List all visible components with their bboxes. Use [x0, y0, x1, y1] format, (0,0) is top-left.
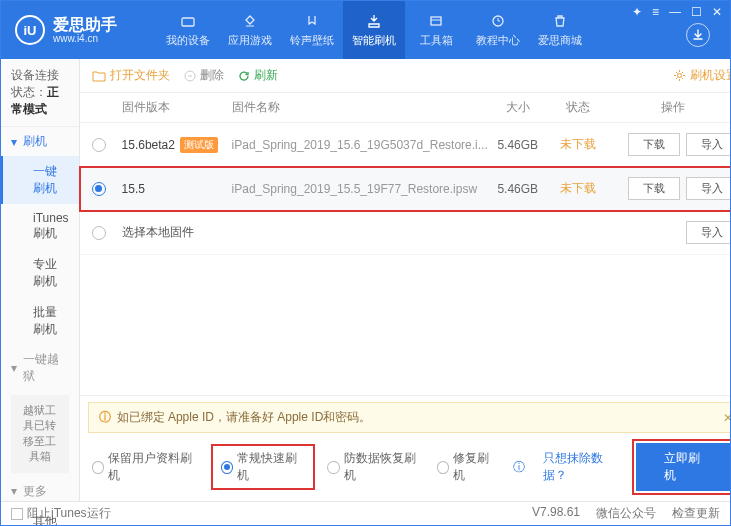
download-button[interactable]: 下载 — [628, 133, 680, 156]
nav-铃声壁纸[interactable]: 铃声壁纸 — [281, 1, 343, 59]
nav-icon — [365, 12, 383, 30]
toolbar: 打开文件夹 删除 刷新 刷机设置 — [80, 59, 731, 93]
nav-应用游戏[interactable]: 应用游戏 — [219, 1, 281, 59]
firmware-size: 5.46GB — [488, 182, 548, 196]
mode-anti-recovery[interactable]: 防数据恢复刷机 — [327, 450, 423, 484]
firmware-size: 5.46GB — [488, 138, 548, 152]
local-firmware-label: 选择本地固件 — [122, 224, 608, 241]
minimize-icon[interactable]: — — [669, 5, 681, 19]
version-label: V7.98.61 — [532, 505, 580, 522]
col-size: 大小 — [488, 99, 548, 116]
nav-爱思商城[interactable]: 爱思商城 — [529, 1, 591, 59]
svg-point-4 — [677, 74, 681, 78]
app-logo: iU 爱思助手 www.i4.cn — [1, 15, 117, 45]
flash-mode-row: 保留用户资料刷机 常规快速刷机 防数据恢复刷机 修复刷机 ⓘ 只想抹除数据？ 立… — [80, 433, 731, 501]
nav-label: 教程中心 — [476, 33, 520, 48]
firmware-name: iPad_Spring_2019_15.5_19F77_Restore.ipsw — [232, 182, 488, 196]
refresh-icon — [238, 70, 250, 82]
nav-label: 智能刷机 — [352, 33, 396, 48]
main-nav: 我的设备应用游戏铃声壁纸智能刷机工具箱教程中心爱思商城 — [157, 1, 591, 59]
import-button[interactable]: 导入 — [686, 177, 731, 200]
firmware-status: 未下载 — [548, 180, 608, 197]
erase-data-link[interactable]: 只想抹除数据？ — [543, 450, 623, 484]
notice-bar: ⓘ 如已绑定 Apple ID，请准备好 Apple ID和密码。 ✕ — [88, 402, 731, 433]
mode-repair[interactable]: 修复刷机 — [437, 450, 499, 484]
local-firmware-row[interactable]: 选择本地固件 导入 — [80, 211, 731, 255]
nav-icon — [489, 12, 507, 30]
svg-rect-0 — [182, 18, 194, 26]
skin-icon[interactable]: ✦ — [632, 5, 642, 19]
sidebar-item-一键刷机[interactable]: 一键刷机 — [1, 156, 79, 204]
logo-icon: iU — [15, 15, 45, 45]
firmware-version: 15.5 — [122, 182, 232, 196]
flash-settings-button[interactable]: 刷机设置 — [673, 67, 731, 84]
svg-rect-1 — [431, 17, 441, 25]
open-folder-button[interactable]: 打开文件夹 — [92, 67, 170, 84]
col-status: 状态 — [548, 99, 608, 116]
nav-智能刷机[interactable]: 智能刷机 — [343, 1, 405, 59]
gear-icon — [673, 69, 686, 82]
notice-close-icon[interactable]: ✕ — [723, 411, 731, 425]
table-header: 固件版本 固件名称 大小 状态 操作 — [80, 93, 731, 123]
nav-icon — [551, 12, 569, 30]
nav-label: 我的设备 — [166, 33, 210, 48]
col-version: 固件版本 — [122, 99, 232, 116]
beta-badge: 测试版 — [180, 137, 218, 153]
firmware-row[interactable]: 15.6beta2测试版iPad_Spring_2019_15.6_19G503… — [80, 123, 731, 167]
sidebar-note: 越狱工具已转移至工具箱 — [11, 395, 69, 473]
wechat-link[interactable]: 微信公众号 — [596, 505, 656, 522]
nav-icon — [179, 12, 197, 30]
download-button[interactable]: 下载 — [628, 177, 680, 200]
nav-label: 工具箱 — [420, 33, 453, 48]
import-button[interactable]: 导入 — [686, 133, 731, 156]
refresh-button[interactable]: 刷新 — [238, 67, 278, 84]
device-status: 设备连接状态：正常模式 — [1, 59, 79, 127]
maximize-icon[interactable]: ☐ — [691, 5, 702, 19]
sidebar-item-批量刷机[interactable]: 批量刷机 — [1, 297, 79, 345]
menu-icon[interactable]: ≡ — [652, 5, 659, 19]
nav-我的设备[interactable]: 我的设备 — [157, 1, 219, 59]
chevron-down-icon: ▾ — [11, 361, 17, 375]
folder-icon — [92, 70, 106, 82]
mode-keep-data[interactable]: 保留用户资料刷机 — [92, 450, 199, 484]
import-button[interactable]: 导入 — [686, 221, 731, 244]
firmware-status: 未下载 — [548, 136, 608, 153]
nav-icon — [303, 12, 321, 30]
brand-url: www.i4.cn — [53, 33, 117, 44]
sidebar-group-刷机[interactable]: ▾刷机 — [1, 127, 79, 156]
warning-icon: ⓘ — [99, 409, 111, 426]
nav-label: 应用游戏 — [228, 33, 272, 48]
block-itunes-checkbox[interactable]: 阻止iTunes运行 — [11, 505, 111, 522]
row-radio[interactable] — [92, 182, 106, 196]
sidebar-item-专业刷机[interactable]: 专业刷机 — [1, 249, 79, 297]
firmware-version: 15.6beta2测试版 — [122, 137, 232, 153]
nav-工具箱[interactable]: 工具箱 — [405, 1, 467, 59]
window-controls: ✦ ≡ — ☐ ✕ — [632, 5, 722, 19]
sidebar-group-更多[interactable]: ▾更多 — [1, 477, 79, 506]
firmware-row[interactable]: 15.5iPad_Spring_2019_15.5_19F77_Restore.… — [80, 167, 731, 211]
local-radio[interactable] — [92, 226, 106, 240]
nav-label: 铃声壁纸 — [290, 33, 334, 48]
nav-label: 爱思商城 — [538, 33, 582, 48]
nav-icon — [427, 12, 445, 30]
nav-教程中心[interactable]: 教程中心 — [467, 1, 529, 59]
chevron-down-icon: ▾ — [11, 135, 17, 149]
delete-button[interactable]: 删除 — [184, 67, 224, 84]
sidebar-group-一键越狱[interactable]: ▾一键越狱 — [1, 345, 79, 391]
flash-now-button[interactable]: 立即刷机 — [636, 443, 731, 491]
row-radio[interactable] — [92, 138, 106, 152]
col-name: 固件名称 — [232, 99, 488, 116]
mode-normal[interactable]: 常规快速刷机 — [213, 446, 313, 488]
download-manager-icon[interactable] — [686, 23, 710, 47]
sidebar-item-iTunes刷机[interactable]: iTunes刷机 — [1, 204, 79, 249]
info-icon[interactable]: ⓘ — [513, 459, 525, 476]
check-update-link[interactable]: 检查更新 — [672, 505, 720, 522]
brand-name: 爱思助手 — [53, 16, 117, 34]
firmware-name: iPad_Spring_2019_15.6_19G5037d_Restore.i… — [232, 138, 488, 152]
status-bar: 阻止iTunes运行 V7.98.61 微信公众号 检查更新 — [1, 501, 730, 525]
sidebar: 设备连接状态：正常模式 ▾刷机一键刷机iTunes刷机专业刷机批量刷机▾一键越狱… — [1, 59, 80, 501]
chevron-down-icon: ▾ — [11, 484, 17, 498]
close-icon[interactable]: ✕ — [712, 5, 722, 19]
delete-icon — [184, 70, 196, 82]
nav-icon — [241, 12, 259, 30]
